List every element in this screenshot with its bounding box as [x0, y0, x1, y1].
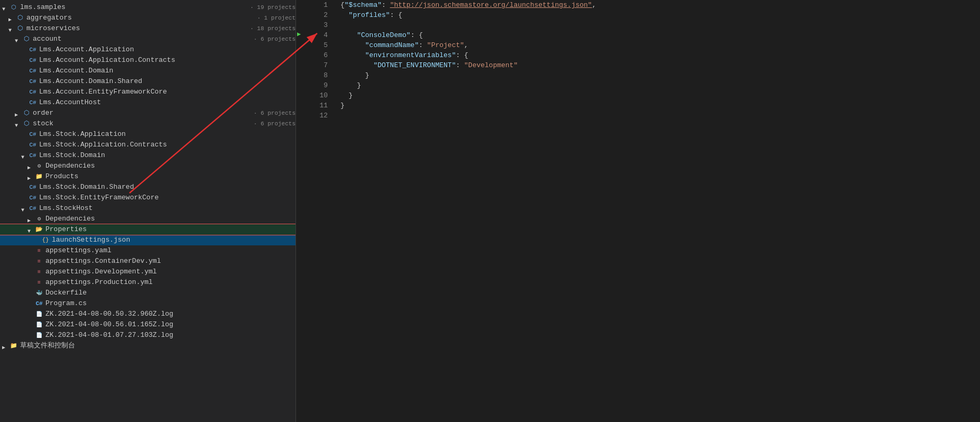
- project-count: · 1 project: [257, 13, 295, 23]
- tree-label: appsettings.ContainerDev.yml: [45, 256, 295, 267]
- chevron-icon: [27, 216, 34, 222]
- chevron-icon: [15, 36, 21, 42]
- tree-label: Dependencies: [45, 161, 295, 171]
- tree-label: Lms.StockHost: [39, 203, 295, 214]
- tree-label: Lms.Stock.Application: [39, 129, 295, 140]
- tree-item-account[interactable]: ⬡account· 6 projects: [0, 34, 295, 44]
- tree-label: Properties: [45, 224, 295, 235]
- code-token: "Project": [427, 41, 464, 49]
- tree-item-deps[interactable]: ⚙Dependencies: [0, 161, 295, 171]
- tree-item-launchsettings[interactable]: {}launchSettings.json: [0, 235, 295, 245]
- tree-item-appsettings[interactable]: ≡appsettings.yaml: [0, 245, 295, 256]
- tree-label: Products: [45, 171, 295, 182]
- tree-item-lms-stockhost[interactable]: C#Lms.StockHost: [0, 203, 295, 214]
- tree-label: appsettings.Development.yml: [45, 267, 295, 277]
- code-token: ,: [592, 1, 596, 9]
- tree-item-lms-stock-domain[interactable]: C#Lms.Stock.Domain: [0, 150, 295, 161]
- chevron-icon: [8, 15, 15, 21]
- code-area[interactable]: {"$schema": "http://json.schemastore.org…: [332, 0, 980, 422]
- code-token: "profiles": [340, 11, 390, 19]
- tree-item-microservices[interactable]: ⬡microservices· 18 projects: [0, 23, 295, 34]
- line-number: 7: [311, 60, 328, 70]
- chevron-icon: [15, 110, 21, 116]
- csproj-icon: C#: [29, 130, 37, 139]
- tree-item-appsettings-production[interactable]: ≡appsettings.Production.yml: [0, 277, 295, 288]
- tree-item-stock-deps[interactable]: ⚙Dependencies: [0, 214, 295, 224]
- csproj-icon: C#: [29, 141, 37, 149]
- code-line: }: [340, 100, 980, 111]
- tree-label: launchSettings.json: [52, 235, 295, 245]
- tree-item-lms-stock-app[interactable]: C#Lms.Stock.Application: [0, 129, 295, 140]
- tree-label: aggregators: [26, 13, 255, 23]
- line-number: 9: [311, 80, 328, 90]
- tree-item-lms-account-host[interactable]: C#Lms.AccountHost: [0, 97, 295, 108]
- line-number: 8: [311, 70, 328, 80]
- tree-item-dockerfile[interactable]: 🐳Dockerfile: [0, 288, 295, 298]
- tree-item-products[interactable]: 📁Products: [0, 171, 295, 182]
- code-token: :: [382, 1, 390, 9]
- tree-item-program[interactable]: C#Program.cs: [0, 298, 295, 309]
- tree-item-properties[interactable]: 📂Properties: [0, 224, 295, 235]
- tree-item-lms-account-contracts[interactable]: C#Lms.Account.Application.Contracts: [0, 55, 295, 66]
- tree-item-lms-stock-domain-shared[interactable]: C#Lms.Stock.Domain.Shared: [0, 182, 295, 192]
- project-count: · 6 projects: [254, 34, 295, 44]
- root-count: · 19 projects: [250, 2, 295, 13]
- sidebar: ⬡lms.samples· 19 projects⬡aggregators· 1…: [0, 0, 296, 422]
- tree-label: Dockerfile: [45, 288, 295, 298]
- tree-item-lms-account-domain-shared[interactable]: C#Lms.Account.Domain.Shared: [0, 76, 295, 87]
- log-icon: 📄: [35, 310, 43, 318]
- tree-item-appsettings-containerdev[interactable]: ≡appsettings.ContainerDev.yml: [0, 256, 295, 267]
- tree-label: Lms.Account.EntityFrameworkCore: [39, 87, 295, 97]
- code-token: :: [456, 61, 464, 69]
- yaml-icon: ≡: [35, 278, 43, 287]
- tree-root[interactable]: ⬡lms.samples· 19 projects: [0, 2, 295, 13]
- tree-label: Lms.Stock.Domain.Shared: [39, 182, 295, 192]
- tree-item-log3[interactable]: 📄ZK.2021-04-08-01.07.27.103Z.log: [0, 330, 295, 341]
- tree-label: microservices: [26, 23, 248, 34]
- code-line: "ConsoleDemo": {: [340, 30, 980, 40]
- tree-item-lms-stock-contracts[interactable]: C#Lms.Stock.Application.Contracts: [0, 140, 295, 150]
- tree-item-log2[interactable]: 📄ZK.2021-04-08-00.56.01.165Z.log: [0, 319, 295, 330]
- code-line: [340, 20, 980, 30]
- tree-item-aggregators[interactable]: ⬡aggregators· 1 project: [0, 13, 295, 23]
- deps-icon: ⚙: [35, 215, 43, 223]
- line-number: 3: [311, 20, 328, 30]
- tree-item-lms-account-efcore[interactable]: C#Lms.Account.EntityFrameworkCore: [0, 87, 295, 97]
- code-token: }: [340, 81, 361, 89]
- editor-panel: 123456789101112 {"$schema": "http://json…: [307, 0, 980, 422]
- solution-icon: ⬡: [22, 35, 31, 43]
- line-number: 2: [311, 10, 328, 20]
- line-number: 10: [311, 90, 328, 100]
- chevron-icon: [27, 173, 34, 180]
- code-token: : {: [390, 11, 402, 19]
- tree-label: ZK.2021-04-08-00.50.32.960Z.log: [45, 309, 295, 319]
- code-line: "profiles": {: [340, 10, 980, 20]
- run-arrow-icon[interactable]: ▶: [297, 30, 301, 38]
- props-icon: 📂: [35, 225, 43, 234]
- csproj-icon: C#: [29, 183, 37, 191]
- code-token: "http://json.schemastore.org/launchsetti…: [390, 1, 592, 9]
- tree-item-lms-stock-efcore[interactable]: C#Lms.Stock.EntityFrameworkCore: [0, 192, 295, 203]
- code-token: "environmentVariables": [340, 51, 456, 59]
- tree-item-stock[interactable]: ⬡stock· 6 projects: [0, 118, 295, 129]
- project-count: · 6 projects: [254, 108, 295, 118]
- tree-item-lms-account-domain[interactable]: C#Lms.Account.Domain: [0, 66, 295, 76]
- tree-label: Lms.Account.Application.Contracts: [39, 55, 295, 66]
- tree-item-log1[interactable]: 📄ZK.2021-04-08-00.50.32.960Z.log: [0, 309, 295, 319]
- draft-files-item[interactable]: 📁草稿文件和控制台: [0, 341, 295, 351]
- line-numbers: 123456789101112: [307, 0, 332, 422]
- tree-label: appsettings.yaml: [45, 245, 295, 256]
- code-line: "commandName": "Project",: [340, 40, 980, 50]
- line-number: 1: [311, 0, 328, 10]
- draft-chevron-icon: [2, 343, 8, 349]
- code-line: "environmentVariables": {: [340, 50, 980, 60]
- tree-item-appsettings-development[interactable]: ≡appsettings.Development.yml: [0, 267, 295, 277]
- log-icon: 📄: [35, 331, 43, 340]
- tree-item-lms-account-app[interactable]: C#Lms.Account.Application: [0, 44, 295, 55]
- code-token: }: [340, 91, 353, 99]
- chevron-icon: [21, 152, 27, 159]
- csproj-icon: C#: [29, 98, 37, 107]
- deps-icon: ⚙: [35, 162, 43, 170]
- tree-item-order[interactable]: ⬡order· 6 projects: [0, 108, 295, 118]
- draft-icon: 📁: [10, 342, 18, 350]
